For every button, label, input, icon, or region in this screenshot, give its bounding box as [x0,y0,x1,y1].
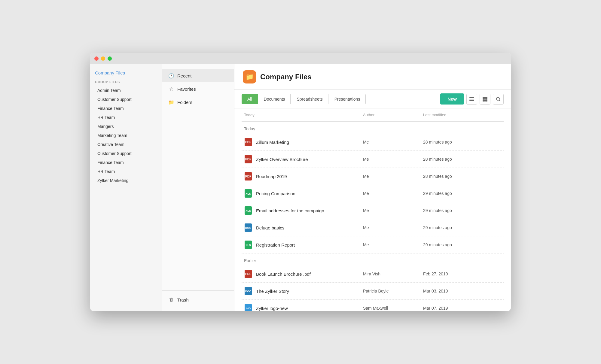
titlebar [90,53,511,64]
file-row[interactable]: XLSPricing ComparisonMe29 minutes ago [242,185,504,202]
nav-recent-label: Recent [177,73,192,78]
file-name: Zylker Overview Brochure [256,157,308,162]
tab-group: All Documents Spreadsheets Presentations [242,94,439,104]
sidebar-section-label: GROUP FILES [95,80,157,84]
svg-text:PDF: PDF [245,272,251,276]
toolbar-actions: New [440,93,504,105]
file-row[interactable]: XLSRegistration ReportMe29 minutes ago [242,236,504,253]
nav-item-trash[interactable]: 🗑 Trash [162,293,234,306]
folder-icon-badge: 📁 [243,70,256,83]
file-type-icon: PDF [244,172,252,180]
tab-presentations[interactable]: Presentations [329,94,366,104]
nav-panel-inner: 🕐 Recent ☆ Favorites 📁 Folders [162,69,234,306]
content-header: 📁 Company Files [234,64,511,90]
sidebar-item[interactable]: Admin Team [95,86,157,95]
file-type-icon: XLS [244,206,252,215]
file-modified: 29 minutes ago [423,208,501,213]
sidebar-item[interactable]: HR Team [95,167,157,176]
section-label: Today [242,122,504,134]
file-type-icon: PDF [244,138,252,146]
svg-rect-5 [483,99,485,102]
col-name: Today [244,113,363,117]
file-name: The Zylker Story [256,289,289,294]
col-modified: Last modified [423,113,501,117]
file-modified: 29 minutes ago [423,225,501,230]
svg-rect-1 [469,99,474,99]
main-area: 🕐 Recent ☆ Favorites 📁 Folders [162,64,511,311]
app-body: Company Files GROUP FILES Admin TeamCust… [90,64,511,311]
file-list: Today Author Last modified TodayPDFZillu… [234,108,511,311]
file-author: Me [363,140,423,144]
file-row[interactable]: XLSEmail addresses for the campaignMe29 … [242,202,504,219]
file-row[interactable]: DOCThe Zylker StoryPatricia BoyleMar 03,… [242,283,504,300]
file-author: Sam Maxwell [363,306,423,311]
file-row[interactable]: PDFRoadmap 2019Me28 minutes ago [242,168,504,185]
sidebar-item[interactable]: Creative Team [95,140,157,149]
svg-text:IMG: IMG [246,307,251,310]
svg-text:PDF: PDF [245,175,251,178]
file-name-cell: IMGZylker logo-new [244,304,363,311]
list-view-button[interactable] [466,94,477,105]
close-button[interactable] [94,56,99,61]
sidebar-item[interactable]: HR Team [95,113,157,122]
file-type-icon: DOC [244,223,252,232]
sidebar-item[interactable]: Finance Team [95,158,157,167]
sidebar-item[interactable]: Marketing Team [95,131,157,140]
file-name-cell: XLSEmail addresses for the campaign [244,206,363,215]
file-name: Roadmap 2019 [256,174,287,179]
file-name: Registration Report [256,242,295,247]
file-row[interactable]: PDFZillum MarketingMe28 minutes ago [242,134,504,151]
file-author: Me [363,191,423,196]
file-author: Me [363,242,423,247]
minimize-button[interactable] [101,56,105,61]
tab-documents[interactable]: Documents [258,94,291,104]
search-button[interactable] [493,94,504,105]
page-title: Company Files [260,73,312,81]
sidebar-item[interactable]: Finance Team [95,104,157,113]
file-type-icon: PDF [244,270,252,278]
file-type-icon: IMG [244,304,252,311]
svg-text:PDF: PDF [245,158,251,161]
file-type-icon: DOC [244,287,252,295]
app-window: Company Files GROUP FILES Admin TeamCust… [90,53,511,311]
sidebar-title[interactable]: Company Files [95,70,157,75]
tab-spreadsheets[interactable]: Spreadsheets [291,94,328,104]
sidebar-item[interactable]: Customer Support [95,149,157,158]
maximize-button[interactable] [108,56,112,61]
nav-item-folders[interactable]: 📁 Folders [162,96,234,109]
sidebar-item[interactable]: Mangers [95,122,157,131]
traffic-lights [94,56,112,61]
svg-text:DOC: DOC [245,290,252,293]
content-area: 📁 Company Files All Documents Spreadshee… [234,64,511,311]
file-author: Me [363,208,423,213]
svg-rect-3 [483,97,485,99]
svg-rect-2 [469,100,474,101]
star-icon: ☆ [168,86,174,92]
toolbar: All Documents Spreadsheets Presentations… [234,90,511,108]
col-author: Author [363,113,423,117]
clock-icon: 🕐 [168,73,174,79]
file-sections: TodayPDFZillum MarketingMe28 minutes ago… [242,122,504,311]
sidebar-item[interactable]: Customer Support [95,95,157,104]
file-name-cell: DOCThe Zylker Story [244,287,363,295]
sidebar-item[interactable]: Zylker Marketing [95,176,157,185]
new-button[interactable]: New [440,93,464,105]
file-row[interactable]: PDFBook Launch Brochure .pdfMira VishFeb… [242,265,504,283]
svg-rect-6 [485,99,487,102]
svg-line-8 [499,100,500,101]
file-name-cell: PDFZillum Marketing [244,138,363,146]
nav-item-favorites[interactable]: ☆ Favorites [162,82,234,96]
file-type-icon: PDF [244,155,252,163]
svg-text:PDF: PDF [245,141,251,144]
folder-emoji-icon: 📁 [246,73,254,81]
grid-view-button[interactable] [480,94,490,105]
file-row[interactable]: IMGZylker logo-newSam MaxwellMar 07, 201… [242,300,504,311]
file-row[interactable]: PDFZylker Overview BrochureMe28 minutes … [242,151,504,168]
nav-item-recent[interactable]: 🕐 Recent [162,69,234,82]
file-row[interactable]: DOCDeluge basicsMe29 minutes ago [242,219,504,236]
file-name: Deluge basics [256,225,284,230]
file-name-cell: PDFBook Launch Brochure .pdf [244,270,363,278]
tab-all[interactable]: All [242,94,258,104]
file-author: Me [363,225,423,230]
file-name: Zylker logo-new [256,306,288,311]
